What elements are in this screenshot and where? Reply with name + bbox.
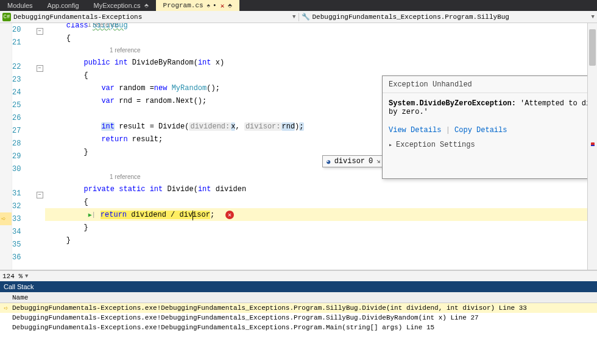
frame-text: DebuggingFundamentals-Exceptions.exe!Deb…: [12, 324, 434, 331]
class-icon: 🔧: [302, 13, 310, 21]
scrollbar-caret-marker: [591, 145, 595, 146]
exception-popup: Exception Unhandled ⇲ ✕ System.DivideByZ…: [382, 75, 597, 179]
view-details-link[interactable]: View Details: [389, 126, 441, 135]
document-tabs: Modules App.config MyException.cs Progra…: [0, 0, 597, 11]
editor-footer: 124 % ▼: [0, 270, 597, 281]
fold-toggle[interactable]: −: [37, 65, 43, 72]
exception-settings-expander[interactable]: Exception Settings: [383, 138, 597, 152]
column-name[interactable]: Name: [12, 294, 28, 301]
datatip-name: divisor: [334, 157, 365, 166]
fold-toggle[interactable]: −: [37, 28, 43, 35]
callstack-list: DebuggingFundamentals-Exceptions.exe!Deb…: [0, 303, 597, 364]
callstack-header[interactable]: Call Stack: [0, 281, 597, 292]
scope-member-label: DebuggingFundamentals_Exceptions.Program…: [313, 13, 509, 21]
callstack-frame[interactable]: DebuggingFundamentals-Exceptions.exe!Deb…: [0, 303, 597, 313]
field-icon: ◕: [327, 158, 331, 166]
tab-appconfig[interactable]: App.config: [40, 0, 87, 11]
current-statement: ▶|return dividend / divisor;✕: [45, 208, 597, 221]
modified-icon: •: [213, 2, 217, 9]
copy-details-link[interactable]: Copy Details: [454, 126, 507, 135]
csharp-project-icon: C#: [2, 13, 11, 21]
run-to-click-icon[interactable]: ▶|: [88, 211, 96, 219]
chevron-down-icon[interactable]: ▼: [292, 14, 295, 20]
type-name: SillyBug: [93, 23, 128, 30]
frame-text: DebuggingFundamentals-Exceptions.exe!Deb…: [12, 314, 479, 321]
pin-icon[interactable]: ⬘: [207, 2, 210, 9]
exception-title: Exception Unhandled: [389, 80, 597, 89]
vertical-scrollbar[interactable]: [587, 23, 597, 270]
tab-label: Program.cs: [163, 2, 203, 9]
code-editor[interactable]: 2021 222324252627282930 313233343536 − −…: [0, 23, 597, 270]
editor-margin: 2021 222324252627282930 313233343536 − −…: [0, 23, 45, 270]
tab-modules[interactable]: Modules: [0, 0, 40, 11]
fold-toggle[interactable]: −: [37, 192, 43, 198]
debug-datatip[interactable]: ◕ divisor 0 ⇲: [322, 155, 384, 167]
callstack-frame[interactable]: DebuggingFundamentals-Exceptions.exe!Deb…: [0, 323, 597, 332]
breadcrumb: C# DebuggingFundamentals-Exceptions ▼ 🔧 …: [0, 11, 597, 23]
exception-type: System.DivideByZeroException:: [389, 99, 516, 108]
tab-myexception[interactable]: MyException.cs: [87, 0, 156, 11]
kw-class: class: [66, 23, 88, 30]
pin-icon[interactable]: ⇲: [376, 158, 380, 165]
chevron-down-icon[interactable]: ▼: [592, 14, 595, 20]
tab-program[interactable]: Program.cs ⬘ • ✕: [156, 0, 240, 11]
scope-member-selector[interactable]: 🔧 DebuggingFundamentals_Exceptions.Progr…: [299, 13, 598, 21]
scope-class-label: DebuggingFundamentals-Exceptions: [13, 13, 142, 21]
zoom-level[interactable]: 124 %: [2, 273, 23, 280]
close-icon[interactable]: ✕: [221, 2, 225, 10]
scrollbar-thumb[interactable]: [589, 29, 596, 66]
line-numbers: 2021 222324252627282930 313233343536: [12, 23, 34, 270]
frame-text: DebuggingFundamentals-Exceptions.exe!Deb…: [12, 304, 527, 312]
current-frame-icon: [4, 304, 12, 313]
code-content[interactable]: 1 reference class SillyBug { 1 reference…: [45, 23, 597, 270]
callstack-frame[interactable]: DebuggingFundamentals-Exceptions.exe!Deb…: [0, 313, 597, 323]
error-icon[interactable]: ✕: [225, 211, 234, 219]
scope-class-selector[interactable]: C# DebuggingFundamentals-Exceptions ▼: [0, 13, 299, 21]
glyph-margin: [0, 23, 12, 270]
datatip-value: 0: [369, 157, 373, 166]
chevron-down-icon[interactable]: ▼: [25, 273, 28, 279]
callstack-columns[interactable]: Name: [0, 292, 597, 303]
fold-column: − − −: [34, 23, 45, 270]
codelens-ref[interactable]: 1 reference: [45, 44, 597, 56]
